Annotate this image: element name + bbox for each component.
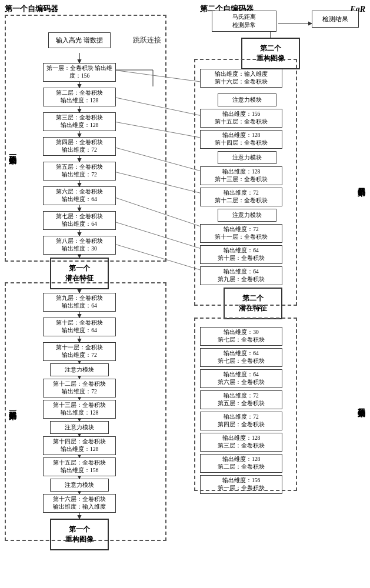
label-first-decoder: 第一个解码器 [6, 288, 19, 523]
detection-node: 检测结果 [312, 11, 359, 28]
label-first-encoder: 第一个编码器 [6, 47, 19, 253]
page-container: 第一个自编码器 第二个自编码器 EaR [0, 0, 370, 588]
title1: 第一个自编码器 [5, 4, 58, 14]
label-second-decoder: 第二个解码器 [355, 65, 368, 300]
second-encoder-region [194, 318, 297, 491]
first-encoder-region [5, 15, 166, 262]
label-second-encoder: 第二个编码器 [355, 323, 368, 482]
first-decoder-region [5, 282, 166, 541]
mahalanobis-node: 马氏距离检测异常 [212, 11, 276, 32]
second-decoder-region [194, 59, 297, 306]
